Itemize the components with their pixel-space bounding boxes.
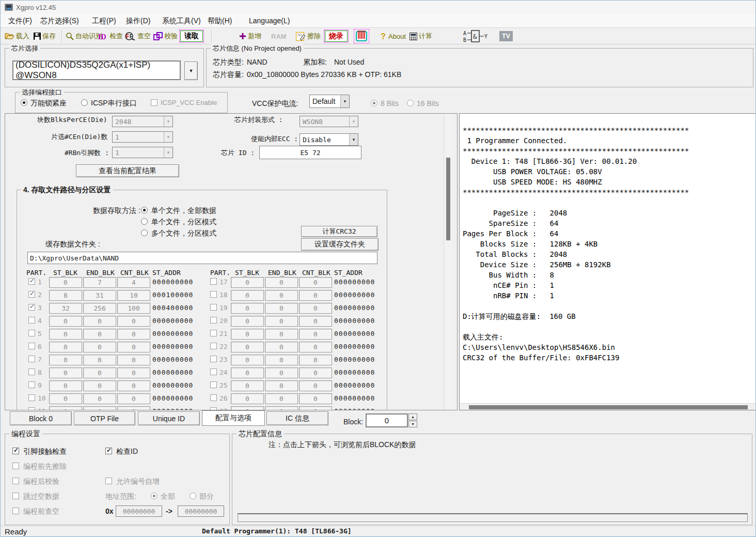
partition-cnt-field[interactable]: 0 [299, 303, 332, 314]
tab-1[interactable]: Block 0 [10, 411, 72, 425]
tv-button[interactable]: TV [499, 29, 513, 43]
partition-end-field[interactable]: 0 [83, 355, 116, 365]
partition-checkbox-22[interactable] [210, 343, 217, 349]
partition-checkbox-2[interactable] [28, 291, 35, 298]
menu-item-4[interactable]: 操作(D) [123, 16, 153, 26]
partition-checkbox-26[interactable] [210, 394, 217, 401]
partition-end-field[interactable]: 0 [83, 367, 116, 378]
partition-end-field[interactable]: 0 [83, 316, 116, 327]
log-horizontal-scrollbar[interactable] [460, 403, 756, 410]
partition-checkbox-20[interactable] [210, 317, 217, 324]
partition-checkbox-24[interactable] [210, 369, 217, 375]
blank-check-button[interactable]: FF查空 [124, 29, 151, 43]
partition-checkbox-23[interactable] [210, 356, 217, 362]
socket-radio[interactable] [21, 99, 27, 106]
addr-all-radio[interactable] [151, 493, 158, 499]
partition-end-field[interactable]: 0 [83, 380, 116, 391]
skip-blank-checkbox[interactable] [12, 493, 19, 499]
partition-checkbox-25[interactable] [210, 381, 217, 388]
partition-checkbox-10[interactable] [28, 394, 35, 401]
partition-end-field[interactable]: 0 [83, 406, 116, 410]
vertical-scrollbar[interactable] [444, 114, 452, 410]
addr-from-field[interactable]: 00000000 [116, 505, 162, 517]
partition-st-field[interactable]: 0 [231, 316, 264, 327]
auto-serial-checkbox[interactable] [105, 478, 112, 484]
partition-cnt-field[interactable]: 100 [117, 303, 150, 314]
menu-item-5[interactable]: 系统工具(V) [160, 16, 203, 26]
chip-select-dropdown-button[interactable]: ▼ [184, 62, 198, 80]
partition-st-field[interactable]: 0 [231, 329, 264, 340]
partition-cnt-field[interactable]: 0 [117, 406, 150, 410]
program-button[interactable]: 烧录 [325, 29, 348, 43]
partition-end-field[interactable]: 0 [265, 393, 298, 404]
partition-cnt-field[interactable]: 0 [299, 277, 332, 288]
partition-end-field[interactable]: 0 [83, 329, 116, 340]
partition-checkbox-9[interactable] [28, 381, 35, 388]
partition-end-field[interactable]: 0 [265, 380, 298, 391]
menu-item-3[interactable]: 工程(P) [89, 16, 119, 26]
partition-end-field[interactable]: 0 [265, 342, 298, 352]
partition-end-field[interactable]: 0 [265, 303, 298, 314]
block-number-field[interactable]: 0 [366, 413, 408, 427]
icsp-vcc-checkbox[interactable] [151, 99, 158, 106]
partition-cnt-field[interactable]: 0 [299, 329, 332, 340]
calc-crc32-button[interactable]: 计算CRC32 [301, 226, 377, 237]
partition-checkbox-1[interactable] [28, 278, 35, 285]
method-radio-2[interactable] [141, 218, 148, 225]
partition-st-field[interactable]: 32 [49, 303, 82, 314]
addr-to-field[interactable]: 00000000 [178, 505, 224, 517]
partition-end-field[interactable]: 0 [265, 290, 298, 301]
verify-after-checkbox[interactable] [12, 478, 19, 484]
partition-st-field[interactable]: 0 [49, 329, 82, 340]
erase-button[interactable]: 擦除 [296, 29, 321, 43]
partition-end-field[interactable]: 0 [265, 355, 298, 365]
partition-checkbox-3[interactable] [28, 304, 35, 311]
partition-st-field[interactable]: 0 [231, 393, 264, 404]
partition-st-field[interactable]: 0 [49, 367, 82, 378]
partition-end-field[interactable]: 0 [265, 277, 298, 288]
partition-st-field[interactable]: 0 [231, 355, 264, 365]
partition-st-field[interactable]: 0 [231, 342, 264, 352]
partition-st-field[interactable]: 0 [231, 380, 264, 391]
check-id-button[interactable]: ID检查 [98, 29, 123, 43]
partition-st-field[interactable]: 0 [231, 290, 264, 301]
partition-cnt-field[interactable]: 0 [117, 355, 150, 365]
partition-cnt-field[interactable]: 0 [117, 393, 150, 404]
vcc-combo[interactable]: Default ▼ [309, 95, 350, 108]
logic-gate-button[interactable]: AB&Y [463, 29, 489, 43]
chip-select-combo[interactable]: (DOSILICON)DS35Q2GA(x1+ISP) @WSON8 [12, 60, 181, 80]
partition-checkbox-4[interactable] [28, 317, 35, 324]
partition-st-field[interactable]: 0 [49, 355, 82, 365]
partition-end-field[interactable]: 256 [83, 303, 116, 314]
partition-checkbox-5[interactable] [28, 330, 35, 336]
partition-cnt-field[interactable]: 0 [117, 329, 150, 340]
partition-st-field[interactable]: 8 [49, 290, 82, 301]
partition-st-field[interactable]: 0 [231, 277, 264, 288]
chip-id-field[interactable]: E5 72 [259, 146, 361, 159]
partition-cnt-field[interactable]: 0 [299, 290, 332, 301]
block-down-button[interactable]: ▼ [408, 421, 417, 427]
partition-cnt-field[interactable]: 0 [299, 342, 332, 352]
partition-st-field[interactable]: 0 [49, 277, 82, 288]
addr-part-radio[interactable] [190, 493, 196, 499]
partition-checkbox-21[interactable] [210, 330, 217, 336]
erase-before-checkbox[interactable] [12, 463, 19, 469]
calc-button[interactable]: 计算 [410, 29, 432, 43]
partition-end-field[interactable]: 0 [265, 329, 298, 340]
partition-checkbox-19[interactable] [210, 304, 217, 311]
ic-test-button[interactable] [355, 29, 368, 43]
partition-end-field[interactable]: 0 [83, 393, 116, 404]
partition-cnt-field[interactable]: 0 [117, 316, 150, 327]
read-button[interactable]: 读取 [180, 29, 203, 43]
partition-st-field[interactable]: 0 [49, 380, 82, 391]
pin-check-checkbox[interactable] [12, 448, 19, 454]
save-button[interactable]: 保存 [34, 29, 56, 43]
partition-cnt-field[interactable]: 4 [117, 277, 150, 288]
cen-combo[interactable]: 1 ▼ [112, 131, 173, 143]
scrollbar-thumb[interactable] [446, 158, 450, 240]
partition-cnt-field[interactable]: 0 [299, 316, 332, 327]
ram-button[interactable]: RAM [271, 29, 287, 43]
partition-st-field[interactable]: 0 [49, 393, 82, 404]
partition-cnt-field[interactable]: 0 [299, 367, 332, 378]
partition-end-field[interactable]: 31 [83, 290, 116, 301]
